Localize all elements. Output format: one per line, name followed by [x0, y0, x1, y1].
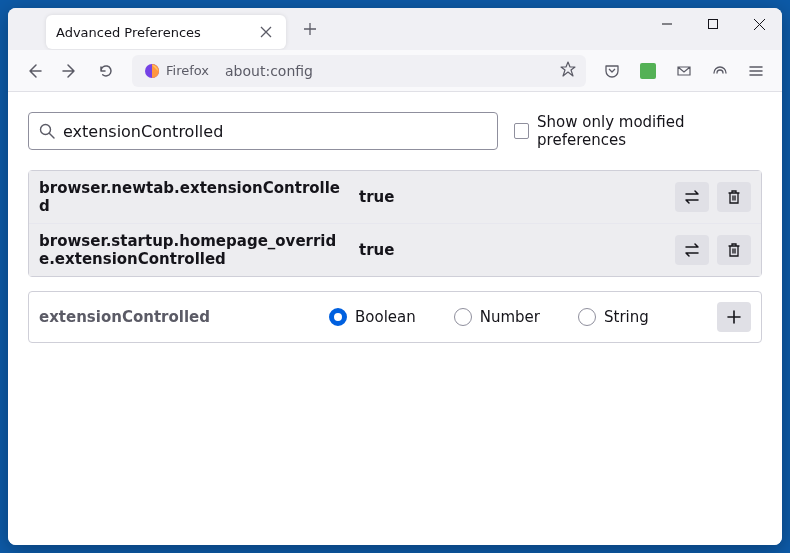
add-button[interactable] — [717, 302, 751, 332]
delete-button[interactable] — [717, 182, 751, 212]
search-row: Show only modified preferences — [8, 92, 782, 166]
pocket-icon — [604, 63, 620, 79]
arrow-right-icon — [62, 63, 78, 79]
toggle-button[interactable] — [675, 182, 709, 212]
extension-badge-icon — [640, 63, 656, 79]
pref-actions — [675, 182, 751, 212]
reload-icon — [98, 63, 114, 79]
browser-window: Advanced Preferences Firefox about:confi… — [8, 8, 782, 545]
maximize-icon — [708, 19, 718, 29]
close-icon — [754, 19, 765, 30]
account-icon — [712, 63, 728, 79]
checkbox-icon — [514, 123, 529, 139]
radio-checked-icon — [329, 308, 347, 326]
pref-value: true — [359, 241, 675, 259]
search-icon — [39, 123, 55, 139]
delete-button[interactable] — [717, 235, 751, 265]
radio-icon — [454, 308, 472, 326]
svg-rect-0 — [709, 20, 718, 29]
plus-icon — [303, 22, 317, 36]
add-pref-name: extensionControlled — [39, 308, 329, 326]
arrow-left-icon — [26, 63, 42, 79]
toggle-button[interactable] — [675, 235, 709, 265]
minimize-button[interactable] — [644, 8, 690, 40]
url-text: about:config — [225, 63, 552, 79]
menu-button[interactable] — [740, 55, 772, 87]
svg-point-2 — [41, 125, 51, 135]
reload-button[interactable] — [90, 55, 122, 87]
forward-button[interactable] — [54, 55, 86, 87]
trash-icon — [727, 189, 741, 205]
radio-string[interactable]: String — [578, 308, 649, 326]
show-modified-checkbox[interactable]: Show only modified preferences — [514, 113, 762, 149]
page-content: Show only modified preferences browser.n… — [8, 92, 782, 545]
pref-row[interactable]: browser.startup.homepage_override.extens… — [29, 224, 761, 276]
close-tab-button[interactable] — [256, 22, 276, 42]
radio-label: String — [604, 308, 649, 326]
identity-label: Firefox — [166, 63, 209, 78]
account-button[interactable] — [704, 55, 736, 87]
radio-label: Boolean — [355, 308, 416, 326]
pref-name: browser.startup.homepage_override.extens… — [39, 232, 359, 268]
url-bar[interactable]: Firefox about:config — [132, 55, 586, 87]
show-modified-label: Show only modified preferences — [537, 113, 762, 149]
back-button[interactable] — [18, 55, 50, 87]
tab-strip: Advanced Preferences — [8, 8, 324, 50]
close-icon — [260, 26, 272, 38]
tab-advanced-preferences[interactable]: Advanced Preferences — [46, 15, 286, 49]
minimize-icon — [662, 19, 672, 29]
firefox-logo-icon — [144, 63, 160, 79]
pref-row[interactable]: browser.newtab.extensionControlled true — [29, 171, 761, 224]
hamburger-icon — [748, 63, 764, 79]
toggle-arrows-icon — [683, 190, 701, 204]
toolbar-icons — [596, 55, 772, 87]
pref-name: browser.newtab.extensionControlled — [39, 179, 359, 215]
extension-button[interactable] — [632, 55, 664, 87]
plus-icon — [727, 310, 741, 324]
search-box[interactable] — [28, 112, 498, 150]
type-radio-group: Boolean Number String — [329, 308, 717, 326]
window-controls — [644, 8, 782, 50]
pref-value: true — [359, 188, 675, 206]
radio-boolean[interactable]: Boolean — [329, 308, 416, 326]
trash-icon — [727, 242, 741, 258]
identity-box[interactable]: Firefox — [142, 61, 217, 81]
pref-actions — [675, 235, 751, 265]
bookmark-button[interactable] — [560, 61, 576, 81]
close-window-button[interactable] — [736, 8, 782, 40]
inbox-button[interactable] — [668, 55, 700, 87]
tab-title: Advanced Preferences — [56, 25, 256, 40]
add-preference-row: extensionControlled Boolean Number Strin… — [28, 291, 762, 343]
star-icon — [560, 61, 576, 77]
radio-number[interactable]: Number — [454, 308, 540, 326]
pocket-button[interactable] — [596, 55, 628, 87]
new-tab-button[interactable] — [296, 15, 324, 43]
radio-label: Number — [480, 308, 540, 326]
titlebar: Advanced Preferences — [8, 8, 782, 50]
preferences-table: browser.newtab.extensionControlled true … — [28, 170, 762, 277]
maximize-button[interactable] — [690, 8, 736, 40]
toggle-arrows-icon — [683, 243, 701, 257]
nav-toolbar: Firefox about:config — [8, 50, 782, 92]
mail-icon — [676, 63, 692, 79]
radio-icon — [578, 308, 596, 326]
search-input[interactable] — [63, 122, 487, 141]
